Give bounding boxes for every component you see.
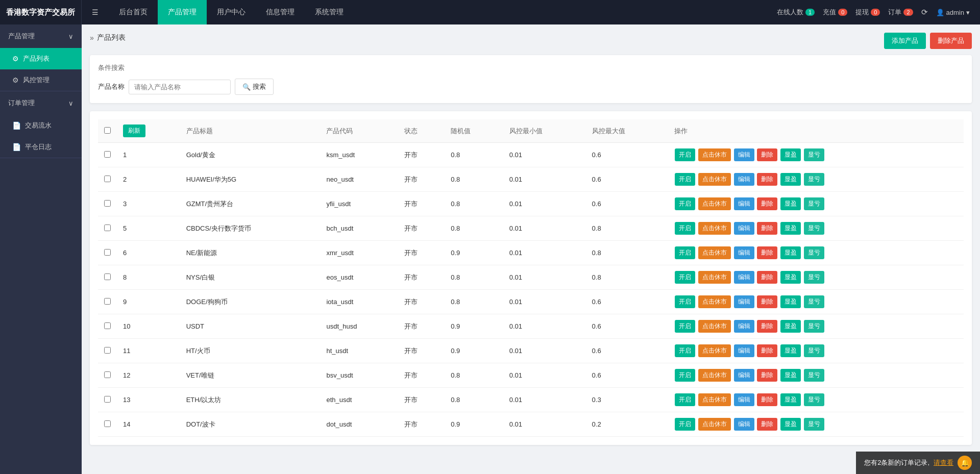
edit-button[interactable]: 编辑: [734, 173, 754, 186]
sidebar-group-order-header[interactable]: 订单管理 ∨: [0, 91, 82, 115]
show-profit-button[interactable]: 显盈: [780, 369, 801, 382]
sidebar-item-product-list[interactable]: ⚙ 产品列表: [0, 48, 82, 69]
show-loss-button[interactable]: 显亏: [804, 173, 824, 186]
nav-collapse[interactable]: ☰: [82, 0, 109, 24]
show-loss-button[interactable]: 显亏: [804, 246, 824, 259]
delete-button[interactable]: 删除: [757, 222, 777, 235]
close-market-button[interactable]: 点击休市: [698, 320, 731, 333]
show-loss-button[interactable]: 显亏: [804, 148, 824, 161]
search-button[interactable]: 🔍 搜索: [235, 79, 274, 95]
show-profit-button[interactable]: 显盈: [780, 295, 801, 308]
open-button[interactable]: 开启: [675, 173, 695, 186]
row-checkbox[interactable]: [104, 371, 111, 378]
close-market-button[interactable]: 点击休市: [698, 197, 731, 210]
delete-button[interactable]: 删除: [757, 295, 777, 308]
close-market-button[interactable]: 点击休市: [698, 222, 731, 235]
row-checkbox[interactable]: [104, 224, 111, 231]
edit-button[interactable]: 编辑: [734, 246, 754, 259]
show-loss-button[interactable]: 显亏: [804, 197, 824, 210]
open-button[interactable]: 开启: [675, 197, 695, 210]
show-profit-button[interactable]: 显盈: [780, 418, 801, 431]
show-loss-button[interactable]: 显亏: [804, 222, 824, 235]
search-input[interactable]: [129, 80, 231, 94]
row-checkbox[interactable]: [104, 347, 111, 354]
delete-button[interactable]: 删除: [757, 197, 777, 210]
delete-button[interactable]: 删除: [757, 418, 777, 431]
sidebar-item-close-log[interactable]: 📄 平仓日志: [0, 136, 82, 158]
open-button[interactable]: 开启: [675, 418, 695, 431]
close-market-button[interactable]: 点击休市: [698, 148, 731, 161]
sidebar-item-risk-control[interactable]: ⚙ 风控管理: [0, 69, 82, 91]
edit-button[interactable]: 编辑: [734, 418, 754, 431]
row-checkbox[interactable]: [104, 176, 111, 182]
close-market-button[interactable]: 点击休市: [698, 295, 731, 308]
close-market-button[interactable]: 点击休市: [698, 271, 731, 284]
add-product-button[interactable]: 添加产品: [884, 33, 926, 49]
delete-button[interactable]: 删除: [757, 393, 777, 406]
show-loss-button[interactable]: 显亏: [804, 344, 824, 357]
open-button[interactable]: 开启: [675, 246, 695, 259]
close-market-button[interactable]: 点击休市: [698, 369, 731, 382]
delete-button[interactable]: 删除: [757, 320, 777, 333]
delete-button[interactable]: 删除: [757, 271, 777, 284]
delete-product-button[interactable]: 删除产品: [930, 33, 972, 49]
row-checkbox[interactable]: [104, 420, 111, 427]
delete-button[interactable]: 删除: [757, 148, 777, 161]
row-checkbox[interactable]: [104, 396, 111, 403]
show-profit-button[interactable]: 显盈: [780, 173, 801, 186]
notification-icon[interactable]: 🔔: [958, 456, 972, 470]
sidebar-item-trade-flow[interactable]: 📄 交易流水: [0, 115, 82, 136]
edit-button[interactable]: 编辑: [734, 197, 754, 210]
open-button[interactable]: 开启: [675, 148, 695, 161]
show-loss-button[interactable]: 显亏: [804, 369, 824, 382]
row-checkbox[interactable]: [104, 273, 111, 280]
show-profit-button[interactable]: 显盈: [780, 148, 801, 161]
refresh-icon[interactable]: ⟳: [921, 8, 928, 17]
close-market-button[interactable]: 点击休市: [698, 246, 731, 259]
edit-button[interactable]: 编辑: [734, 148, 754, 161]
refresh-table-button[interactable]: 刷新: [123, 124, 145, 137]
nav-user[interactable]: 用户中心: [207, 0, 256, 24]
show-loss-button[interactable]: 显亏: [804, 320, 824, 333]
nav-product[interactable]: 产品管理: [158, 0, 207, 24]
edit-button[interactable]: 编辑: [734, 369, 754, 382]
show-profit-button[interactable]: 显盈: [780, 246, 801, 259]
edit-button[interactable]: 编辑: [734, 344, 754, 357]
close-market-button[interactable]: 点击休市: [698, 418, 731, 431]
edit-button[interactable]: 编辑: [734, 222, 754, 235]
open-button[interactable]: 开启: [675, 271, 695, 284]
show-loss-button[interactable]: 显亏: [804, 271, 824, 284]
nav-info[interactable]: 信息管理: [256, 0, 305, 24]
open-button[interactable]: 开启: [675, 344, 695, 357]
delete-button[interactable]: 删除: [757, 369, 777, 382]
sidebar-group-product-header[interactable]: 产品管理 ∨: [0, 24, 82, 48]
show-profit-button[interactable]: 显盈: [780, 344, 801, 357]
row-checkbox[interactable]: [104, 322, 111, 329]
close-market-button[interactable]: 点击休市: [698, 393, 731, 406]
open-button[interactable]: 开启: [675, 393, 695, 406]
admin-menu[interactable]: 👤 admin ▾: [936, 9, 970, 16]
open-button[interactable]: 开启: [675, 222, 695, 235]
edit-button[interactable]: 编辑: [734, 271, 754, 284]
show-profit-button[interactable]: 显盈: [780, 222, 801, 235]
close-market-button[interactable]: 点击休市: [698, 173, 731, 186]
row-checkbox[interactable]: [104, 298, 111, 305]
show-profit-button[interactable]: 显盈: [780, 393, 801, 406]
show-loss-button[interactable]: 显亏: [804, 295, 824, 308]
open-button[interactable]: 开启: [675, 295, 695, 308]
edit-button[interactable]: 编辑: [734, 295, 754, 308]
nav-system[interactable]: 系统管理: [305, 0, 354, 24]
open-button[interactable]: 开启: [675, 320, 695, 333]
delete-button[interactable]: 删除: [757, 173, 777, 186]
show-profit-button[interactable]: 显盈: [780, 320, 801, 333]
notification-link[interactable]: 请查看: [934, 458, 953, 467]
delete-button[interactable]: 删除: [757, 344, 777, 357]
row-checkbox[interactable]: [104, 249, 111, 256]
nav-dashboard[interactable]: 后台首页: [109, 0, 158, 24]
select-all-checkbox[interactable]: [104, 127, 111, 134]
edit-button[interactable]: 编辑: [734, 320, 754, 333]
edit-button[interactable]: 编辑: [734, 393, 754, 406]
show-profit-button[interactable]: 显盈: [780, 197, 801, 210]
show-profit-button[interactable]: 显盈: [780, 271, 801, 284]
show-loss-button[interactable]: 显亏: [804, 393, 824, 406]
